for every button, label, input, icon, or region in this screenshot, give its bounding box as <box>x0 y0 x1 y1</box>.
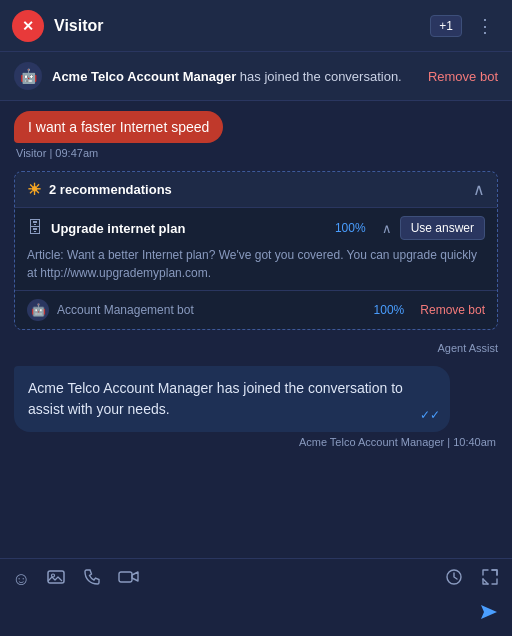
visitor-message-time: 09:47am <box>55 147 98 159</box>
bot-message-time: 10:40am <box>453 436 496 448</box>
sun-icon: ☀ <box>27 180 41 199</box>
visitor-message-area: I want a faster Internet speed Visitor |… <box>0 101 512 163</box>
bot-rec-row: 🤖 Account Management bot 100% Remove bot <box>15 290 497 329</box>
rec-header-left: ☀ 2 recommendations <box>27 180 172 199</box>
bot-message-area: Acme Telco Account Manager has joined th… <box>0 360 512 448</box>
toolbar-icons-row: ☺ <box>0 559 512 596</box>
rec-count-label: 2 recommendations <box>49 182 172 197</box>
visitor-sender-label: Visitor <box>16 147 46 159</box>
svg-rect-2 <box>119 572 132 582</box>
emoji-icon[interactable]: ☺ <box>12 569 30 590</box>
rec-panel-header: ☀ 2 recommendations ∧ <box>15 172 497 207</box>
bot-joined-banner: 🤖 Acme Telco Account Manager has joined … <box>0 52 512 101</box>
send-button[interactable] <box>478 601 500 623</box>
bot-bubble: Acme Telco Account Manager has joined th… <box>14 366 450 432</box>
bot-avatar: 🤖 <box>14 62 42 90</box>
page-title: Visitor <box>54 17 104 35</box>
message-input[interactable] <box>12 600 470 624</box>
participant-count-button[interactable]: +1 <box>430 15 462 37</box>
bot-message-meta: Acme Telco Account Manager | 10:40am <box>14 436 498 448</box>
bot-rec-icon: 🤖 <box>27 299 49 321</box>
collapse-icon[interactable]: ∧ <box>473 180 485 199</box>
rec-item-chevron-icon: ∧ <box>382 221 392 236</box>
rec-item-title: Upgrade internet plan <box>51 221 327 236</box>
read-receipt-icon: ✓✓ <box>420 406 440 424</box>
input-toolbar: ☺ <box>0 558 512 636</box>
bot-rec-pct: 100% <box>374 303 405 317</box>
use-answer-button[interactable]: Use answer <box>400 216 485 240</box>
bot-joined-text: has joined the conversation. <box>240 69 402 84</box>
message-input-area <box>0 596 512 636</box>
header-right: +1 ⋮ <box>430 11 500 41</box>
bot-banner-left: 🤖 Acme Telco Account Manager has joined … <box>14 62 402 90</box>
visitor-bubble: I want a faster Internet speed <box>14 111 223 143</box>
rec-article-text: Article: Want a better Internet plan? We… <box>27 246 485 282</box>
bot-banner-text: Acme Telco Account Manager has joined th… <box>52 69 402 84</box>
logo-icon: ✕ <box>12 10 44 42</box>
header-left: ✕ Visitor <box>12 10 104 42</box>
rec-item-row: 🗄 Upgrade internet plan 100% ∧ Use answe… <box>27 216 485 240</box>
history-icon[interactable] <box>444 567 464 592</box>
database-icon: 🗄 <box>27 219 43 237</box>
bot-rec-remove-button[interactable]: Remove bot <box>420 303 485 317</box>
agent-assist-label: Agent Assist <box>0 338 512 360</box>
remove-bot-button[interactable]: Remove bot <box>428 69 498 84</box>
more-menu-button[interactable]: ⋮ <box>470 11 500 41</box>
image-icon[interactable] <box>46 567 66 592</box>
rec-item-upgrade: 🗄 Upgrade internet plan 100% ∧ Use answe… <box>15 207 497 290</box>
bot-rec-name: Account Management bot <box>57 303 366 317</box>
header: ✕ Visitor +1 ⋮ <box>0 0 512 52</box>
visitor-message-meta: Visitor | 09:47am <box>14 147 498 159</box>
video-icon[interactable] <box>118 567 140 592</box>
rec-item-pct: 100% <box>335 221 366 235</box>
bot-name: Acme Telco Account Manager <box>52 69 236 84</box>
bot-sender-label: Acme Telco Account Manager <box>299 436 444 448</box>
expand-icon[interactable] <box>480 567 500 592</box>
phone-icon[interactable] <box>82 567 102 592</box>
recommendation-panel: ☀ 2 recommendations ∧ 🗄 Upgrade internet… <box>14 171 498 330</box>
bot-message-text: Acme Telco Account Manager has joined th… <box>28 380 403 417</box>
